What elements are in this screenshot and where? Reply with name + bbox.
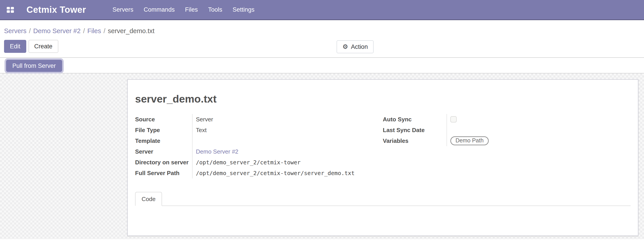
notebook: Code: [135, 192, 630, 230]
field-value-directory: /opt/demo_server_2/cetmix-tower: [192, 159, 301, 166]
field-label-last-sync-date: Last Sync Date: [383, 125, 447, 135]
edit-button[interactable]: Edit: [4, 40, 26, 53]
field-row-source: Source Server: [135, 114, 383, 125]
breadcrumb-current: server_demo.txt: [108, 27, 154, 34]
tab-code[interactable]: Code: [135, 192, 162, 206]
screen: Cetmix Tower Servers Commands Files Tool…: [0, 0, 644, 240]
gear-icon: ⚙: [342, 44, 348, 50]
breadcrumb-separator: /: [29, 27, 31, 34]
record-title: server_demo.txt: [135, 93, 630, 105]
field-label-variables: Variables: [383, 135, 447, 146]
field-label-directory: Directory on server: [135, 157, 192, 168]
field-group-left: Source Server File Type Text Template Se…: [135, 114, 383, 178]
field-row-full-path: Full Server Path /opt/demo_server_2/cetm…: [135, 168, 383, 178]
menu-item-servers[interactable]: Servers: [112, 6, 133, 13]
form-sheet: server_demo.txt Source Server File Type …: [127, 79, 638, 236]
tab-content-code: [135, 206, 630, 230]
field-value-source: Server: [192, 116, 213, 123]
field-label-full-path: Full Server Path: [135, 168, 192, 178]
field-row-variables: Variables Demo Path: [383, 135, 630, 146]
auto-sync-checkbox[interactable]: [450, 116, 457, 122]
field-row-file-type: File Type Text: [135, 125, 383, 135]
action-menu-button[interactable]: ⚙ Action: [336, 40, 374, 53]
field-group-right: Auto Sync Last Sync Date Variables Demo …: [383, 114, 630, 178]
form-statusbar: Pull from Server: [0, 58, 644, 73]
pull-from-server-button[interactable]: Pull from Server: [6, 60, 62, 72]
menu-item-settings[interactable]: Settings: [232, 6, 254, 13]
breadcrumb-link-demo-server[interactable]: Demo Server #2: [33, 27, 80, 34]
field-row-auto-sync: Auto Sync: [383, 114, 630, 125]
variable-tag-demo-path[interactable]: Demo Path: [450, 136, 489, 145]
field-row-server: Server Demo Server #2: [135, 146, 383, 157]
field-value-full-path: /opt/demo_server_2/cetmix-tower/server_d…: [192, 170, 354, 176]
field-groups: Source Server File Type Text Template Se…: [135, 114, 630, 178]
control-panel: Servers/Demo Server #2/Files/server_demo…: [0, 20, 644, 58]
control-panel-buttons: Edit Create: [4, 40, 644, 53]
menu-item-commands[interactable]: Commands: [144, 6, 174, 13]
field-label-file-type: File Type: [135, 125, 192, 135]
main-menu: Servers Commands Files Tools Settings: [112, 6, 254, 13]
field-label-auto-sync: Auto Sync: [383, 114, 447, 125]
breadcrumb-separator: /: [104, 27, 105, 34]
field-value-server-link[interactable]: Demo Server #2: [192, 148, 238, 155]
breadcrumb: Servers/Demo Server #2/Files/server_demo…: [4, 26, 644, 35]
menu-item-tools[interactable]: Tools: [208, 6, 222, 13]
create-button[interactable]: Create: [28, 40, 58, 53]
field-row-last-sync-date: Last Sync Date: [383, 125, 630, 135]
field-value-file-type: Text: [192, 127, 207, 134]
form-background: server_demo.txt Source Server File Type …: [0, 73, 644, 239]
field-label-server: Server: [135, 146, 192, 157]
menu-item-files[interactable]: Files: [185, 6, 198, 13]
breadcrumb-link-servers[interactable]: Servers: [4, 27, 26, 34]
breadcrumb-separator: /: [83, 27, 85, 34]
app-brand[interactable]: Cetmix Tower: [26, 5, 86, 15]
field-label-template: Template: [135, 135, 192, 146]
action-button-label: Action: [351, 43, 368, 50]
field-label-source: Source: [135, 114, 192, 125]
field-row-directory: Directory on server /opt/demo_server_2/c…: [135, 157, 383, 168]
field-row-template: Template: [135, 135, 383, 146]
notebook-tabs: Code: [135, 192, 630, 206]
apps-menu-button[interactable]: [7, 7, 14, 13]
breadcrumb-link-files[interactable]: Files: [87, 27, 101, 34]
top-navbar: Cetmix Tower Servers Commands Files Tool…: [0, 0, 644, 20]
